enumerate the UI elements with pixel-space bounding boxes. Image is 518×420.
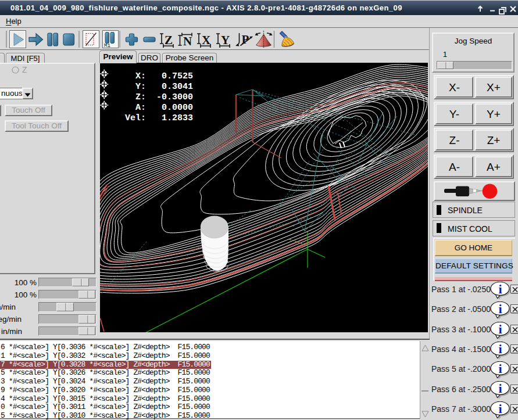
svg-text:i: i: [498, 381, 502, 396]
svg-text:i: i: [498, 282, 502, 296]
svg-text:Y: 0.3041: Y: 0.3041: [125, 82, 193, 92]
svg-text:i: i: [498, 361, 502, 376]
svg-text:Z: -0.3000: Z: -0.3000: [125, 92, 193, 102]
svg-text:X: X: [202, 33, 210, 47]
svg-text:Z: Z: [165, 33, 173, 47]
svg-text:i: i: [498, 342, 502, 356]
svg-text:Y: Y: [221, 33, 230, 47]
svg-text:A: 0.0000: A: 0.0000: [125, 103, 193, 113]
svg-text:X: 0.7525: X: 0.7525: [125, 71, 193, 81]
svg-text:Vel: 1.2833: Vel: 1.2833: [125, 113, 193, 123]
svg-text:i: i: [498, 322, 502, 336]
svg-text:N: N: [183, 34, 192, 48]
svg-text:i: i: [498, 401, 502, 416]
svg-text:i: i: [498, 301, 502, 316]
svg-text:M1: M1: [104, 43, 110, 49]
